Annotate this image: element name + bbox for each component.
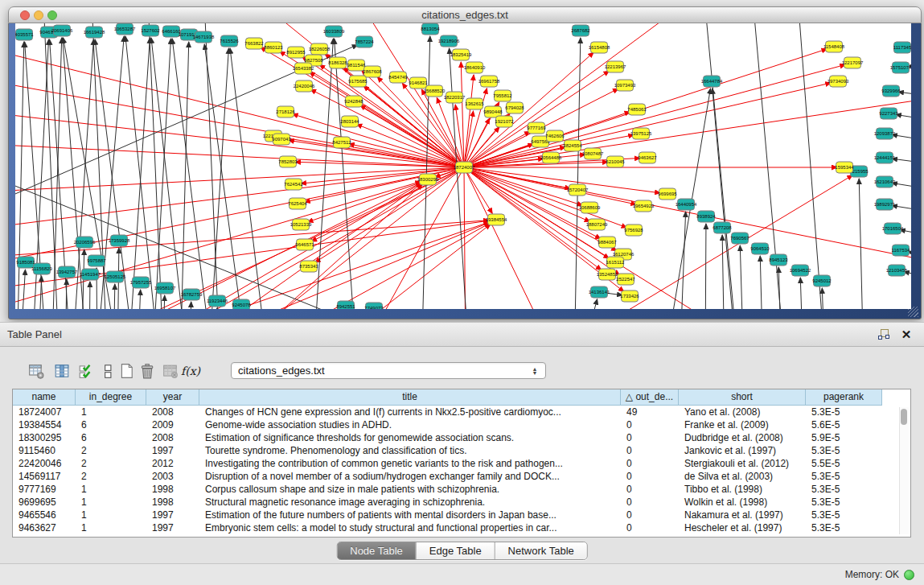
graph-node[interactable]: 14671938 xyxy=(193,31,215,43)
table-row[interactable]: 1872400712008Changes of HCN gene express… xyxy=(13,406,910,418)
graph-node[interactable]: 9463627 xyxy=(638,152,657,163)
graph-node[interactable]: 7749073 xyxy=(364,303,384,309)
graph-node[interactable]: 8735343 xyxy=(299,261,318,272)
graph-node[interactable]: 8942551 xyxy=(336,301,355,309)
graph-node[interactable]: 9245078 xyxy=(232,299,251,309)
network-canvas[interactable]: 1872400740355719046392206914061661942810… xyxy=(15,23,911,309)
graph-node[interactable]: 3824554 xyxy=(563,140,582,151)
graph-node[interactable]: 9699695 xyxy=(658,188,677,200)
column-visibility-icon[interactable] xyxy=(52,361,72,381)
window-resize-grip[interactable] xyxy=(908,307,918,317)
table-panel-header[interactable]: Table Panel ✕ xyxy=(0,322,924,347)
table-scrollbar[interactable] xyxy=(899,407,909,534)
graph-node[interactable]: 18640910 xyxy=(464,62,486,73)
close-icon[interactable]: ✕ xyxy=(898,327,914,343)
graph-node[interactable]: 10688609 xyxy=(579,202,601,213)
tab-node-table[interactable]: Node Table xyxy=(337,542,416,559)
table-row[interactable]: 977716911998Corpus callosum shape and si… xyxy=(13,483,910,496)
graph-node[interactable]: 9329966 xyxy=(881,85,901,97)
graph-node[interactable]: 16154808 xyxy=(589,42,610,53)
graph-node[interactable]: 18807249 xyxy=(586,219,608,230)
graph-node[interactable]: 7485063 xyxy=(627,104,647,115)
graph-node[interactable]: 9646571 xyxy=(295,239,314,250)
graph-node[interactable]: 16782759 xyxy=(181,289,203,300)
graph-node[interactable]: 22420046 xyxy=(294,80,315,92)
graph-node[interactable]: 2867608 xyxy=(363,66,382,77)
window-titlebar[interactable]: citations_edges.txt xyxy=(8,6,922,23)
column-header-short[interactable]: short xyxy=(679,389,806,406)
tab-network-table[interactable]: Network Table xyxy=(495,542,587,559)
memory-indicator[interactable]: Memory: OK xyxy=(845,569,914,580)
graph-node[interactable]: 19892971 xyxy=(874,199,896,210)
table-row[interactable]: 1938455462009Genome-wide association stu… xyxy=(13,418,910,431)
graph-node[interactable]: 10807487 xyxy=(582,148,604,159)
table-row[interactable]: 969969511998Structural magnetic resonanc… xyxy=(13,496,910,509)
graph-node[interactable]: 13524851 xyxy=(597,269,618,280)
graph-node[interactable]: 1362615 xyxy=(465,98,484,109)
graph-node[interactable]: 18724007 xyxy=(454,162,475,173)
graph-node[interactable]: 7615526 xyxy=(220,35,239,47)
graph-node[interactable]: 4035571 xyxy=(15,29,34,40)
table-scrollbar-thumb[interactable] xyxy=(901,409,907,425)
table-mode-icon[interactable] xyxy=(27,361,46,381)
column-header-name[interactable]: name xyxy=(13,389,76,406)
new-column-icon[interactable] xyxy=(117,361,136,381)
graph-node[interactable]: 18220317 xyxy=(444,92,466,103)
graph-node[interactable]: 11451947 xyxy=(80,269,101,280)
graph-node[interactable]: 16958107 xyxy=(154,282,176,294)
column-header-in-degree[interactable]: in_degree xyxy=(76,389,146,406)
graph-node[interactable]: 8945123 xyxy=(769,254,788,266)
graph-node[interactable]: 9227343 xyxy=(879,108,898,119)
graph-node[interactable]: 7462606 xyxy=(545,130,565,142)
graph-node[interactable]: 14136141 xyxy=(589,286,610,298)
graph-node[interactable]: 9242848 xyxy=(344,96,363,107)
graph-node[interactable]: 7663822 xyxy=(244,38,264,49)
graph-node[interactable]: 9097043 xyxy=(272,134,291,145)
graph-node[interactable]: 2718126 xyxy=(276,106,295,117)
graph-node[interactable]: 12213967 xyxy=(605,61,626,72)
column-header-pagerank[interactable]: pagerank xyxy=(806,389,882,406)
graph-node[interactable]: 20564486 xyxy=(540,152,562,163)
graph-node[interactable]: 18226058 xyxy=(309,43,331,55)
graph-node[interactable]: 1615112 xyxy=(606,257,626,268)
graph-node[interactable]: 2522547 xyxy=(616,274,635,285)
graph-node[interactable]: 12505125 xyxy=(105,271,126,282)
graph-node[interactable]: 7857224 xyxy=(355,36,374,47)
graph-node[interactable]: 19218906 xyxy=(438,35,460,47)
row-height-icon[interactable] xyxy=(98,361,117,381)
graph-node[interactable]: 16033809 xyxy=(323,26,345,37)
function-builder-icon[interactable]: f(x) xyxy=(181,361,200,381)
graph-node[interactable]: 10694522 xyxy=(790,265,811,276)
graph-node[interactable]: 1527602 xyxy=(141,25,160,36)
graph-node[interactable]: 6210045 xyxy=(606,156,625,167)
column-header-year[interactable]: year xyxy=(146,389,199,406)
graph-node[interactable]: 9756928 xyxy=(624,225,643,236)
delete-table-icon[interactable] xyxy=(161,361,180,381)
graph-node[interactable]: 10653287 xyxy=(114,23,136,35)
graph-node[interactable]: 15751074 xyxy=(890,62,911,73)
graph-node[interactable]: 16440954 xyxy=(676,199,697,210)
graph-node[interactable]: 19384554 xyxy=(486,214,507,225)
table-row[interactable]: 1456911722003Disruption of a novel membe… xyxy=(13,470,910,483)
table-row[interactable]: 2242004622012Investigating the contribut… xyxy=(13,457,910,470)
graph-node[interactable]: 17016504 xyxy=(882,223,904,234)
graph-node[interactable]: 8860123 xyxy=(264,42,283,53)
graph-node[interactable]: 9975887 xyxy=(87,255,106,266)
graph-node[interactable]: 11548408 xyxy=(823,41,845,52)
graph-node[interactable]: 16644784 xyxy=(701,76,723,87)
graph-node[interactable]: 7625404 xyxy=(288,198,307,209)
graph-node[interactable]: 16543382 xyxy=(293,63,314,74)
graph-node[interactable]: 9146821 xyxy=(409,77,428,89)
graph-node[interactable]: 12103455 xyxy=(886,265,908,276)
graph-node[interactable]: 2687682 xyxy=(571,25,590,36)
graph-node[interactable]: 8938924 xyxy=(696,211,716,222)
graph-node[interactable]: 16210643 xyxy=(874,176,896,187)
graph-node[interactable]: 11923446 xyxy=(207,295,228,307)
graph-node[interactable]: 18300295 xyxy=(417,174,439,185)
graph-node[interactable]: 13942757 xyxy=(56,266,78,278)
graph-node[interactable]: 16619428 xyxy=(84,27,105,38)
graph-node[interactable]: 2803144 xyxy=(340,116,359,127)
graph-node[interactable]: 18325419 xyxy=(450,49,472,60)
graph-node[interactable]: 9245012 xyxy=(812,275,832,286)
graph-node[interactable]: 9884067 xyxy=(598,237,617,248)
